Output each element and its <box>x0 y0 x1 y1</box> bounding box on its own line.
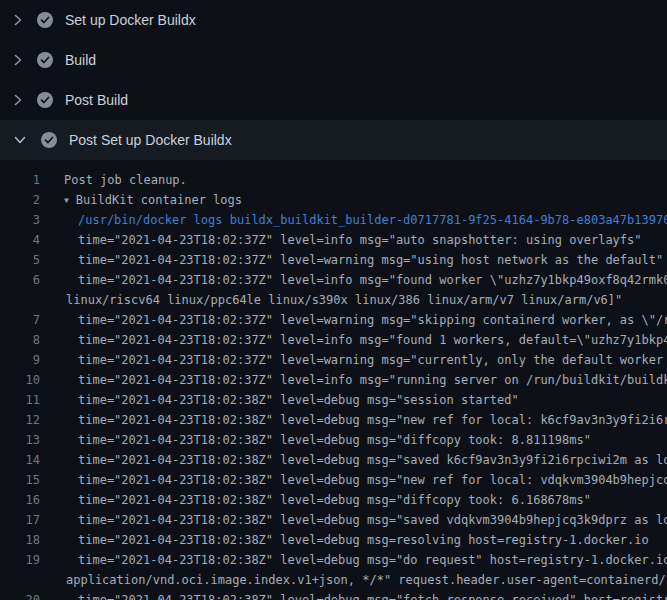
log-text: time="2021-04-23T18:02:38Z" level=debug … <box>40 530 667 550</box>
log-line-19: 19time="2021-04-23T18:02:38Z" level=debu… <box>0 550 667 570</box>
check-circle-icon <box>37 52 53 68</box>
line-number[interactable]: 17 <box>0 510 40 530</box>
log-line-4: 4time="2021-04-23T18:02:37Z" level=info … <box>0 230 667 250</box>
chevron-right-icon <box>13 13 23 27</box>
line-number[interactable]: 6 <box>0 270 40 290</box>
log-line-7: 7time="2021-04-23T18:02:37Z" level=warni… <box>0 310 667 330</box>
line-number[interactable]: 16 <box>0 490 40 510</box>
step-label: Post Set up Docker Buildx <box>69 130 232 150</box>
log-text: time="2021-04-23T18:02:38Z" level=debug … <box>40 410 667 430</box>
step-header-post-set-up-docker-buildx[interactable]: Post Set up Docker Buildx <box>0 120 667 160</box>
line-number[interactable]: 20 <box>0 590 40 600</box>
line-number[interactable]: 12 <box>0 410 40 430</box>
log-text: time="2021-04-23T18:02:37Z" level=warnin… <box>40 350 667 370</box>
log-text: time="2021-04-23T18:02:37Z" level=warnin… <box>40 310 667 330</box>
log-line-20: 20time="2021-04-23T18:02:38Z" level=debu… <box>0 590 667 600</box>
chevron-right-icon <box>13 93 23 107</box>
log-line-3: 3/usr/bin/docker logs buildx_buildkit_bu… <box>0 210 667 230</box>
log-command-text: /usr/bin/docker logs buildx_buildkit_bui… <box>40 210 667 230</box>
log-line-18: 18time="2021-04-23T18:02:38Z" level=debu… <box>0 530 667 550</box>
step-label: Build <box>65 50 96 70</box>
line-number[interactable]: 18 <box>0 530 40 550</box>
line-number[interactable]: 19 <box>0 550 40 570</box>
log-text: time="2021-04-23T18:02:37Z" level=info m… <box>40 270 667 290</box>
log-group-toggle[interactable]: ▼BuildKit container logs <box>40 190 667 210</box>
log-line-12: 12time="2021-04-23T18:02:38Z" level=debu… <box>0 410 667 430</box>
log-text: time="2021-04-23T18:02:38Z" level=debug … <box>40 450 667 470</box>
log-group-label: BuildKit container logs <box>76 193 242 207</box>
line-number[interactable]: 2 <box>0 190 40 210</box>
check-circle-icon <box>37 12 53 28</box>
log-line-16: 16time="2021-04-23T18:02:38Z" level=debu… <box>0 490 667 510</box>
check-circle-icon <box>37 92 53 108</box>
step-header-build[interactable]: Build <box>0 40 667 80</box>
log-line-8: 8time="2021-04-23T18:02:37Z" level=info … <box>0 330 667 350</box>
log-text: time="2021-04-23T18:02:38Z" level=debug … <box>40 470 667 490</box>
line-number[interactable]: 5 <box>0 250 40 270</box>
log-line-14: 14time="2021-04-23T18:02:38Z" level=debu… <box>0 450 667 470</box>
step-header-post-build[interactable]: Post Build <box>0 80 667 120</box>
step-header-set-up-docker-buildx[interactable]: Set up Docker Buildx <box>0 0 667 40</box>
line-number[interactable]: 11 <box>0 390 40 410</box>
log-line-1: 1Post job cleanup. <box>0 170 667 190</box>
line-number[interactable]: 8 <box>0 330 40 350</box>
step-list: Set up Docker BuildxBuildPost BuildPost … <box>0 0 667 160</box>
log-text: linux/riscv64 linux/ppc64le linux/s390x … <box>40 290 667 310</box>
log-text: time="2021-04-23T18:02:37Z" level=info m… <box>40 230 667 250</box>
log-line-10: 10time="2021-04-23T18:02:37Z" level=info… <box>0 370 667 390</box>
check-circle-icon <box>41 132 57 148</box>
line-number[interactable]: 14 <box>0 450 40 470</box>
chevron-down-icon <box>13 135 27 145</box>
log-line-11: 11time="2021-04-23T18:02:38Z" level=debu… <box>0 390 667 410</box>
log-text: time="2021-04-23T18:02:38Z" level=debug … <box>40 390 667 410</box>
log-line-15: 15time="2021-04-23T18:02:38Z" level=debu… <box>0 470 667 490</box>
log-text: time="2021-04-23T18:02:37Z" level=info m… <box>40 370 667 390</box>
line-number[interactable]: 7 <box>0 310 40 330</box>
log-line-wrap: linux/riscv64 linux/ppc64le linux/s390x … <box>0 290 667 310</box>
line-number[interactable]: 3 <box>0 210 40 230</box>
step-label: Set up Docker Buildx <box>65 10 196 30</box>
log-line-13: 13time="2021-04-23T18:02:38Z" level=debu… <box>0 430 667 450</box>
log-line-wrap: application/vnd.oci.image.index.v1+json,… <box>0 570 667 590</box>
log-line-17: 17time="2021-04-23T18:02:38Z" level=debu… <box>0 510 667 530</box>
log-text: time="2021-04-23T18:02:38Z" level=debug … <box>40 430 667 450</box>
log-text: application/vnd.oci.image.index.v1+json,… <box>40 570 667 590</box>
log-text: time="2021-04-23T18:02:38Z" level=debug … <box>40 510 667 530</box>
log-text: time="2021-04-23T18:02:38Z" level=debug … <box>40 550 667 570</box>
line-number[interactable]: 13 <box>0 430 40 450</box>
line-number[interactable]: 1 <box>0 170 40 190</box>
log-line-2: 2▼BuildKit container logs <box>0 190 667 210</box>
step-label: Post Build <box>65 90 128 110</box>
line-number[interactable]: 15 <box>0 470 40 490</box>
log-text: Post job cleanup. <box>40 170 667 190</box>
log-line-6: 6time="2021-04-23T18:02:37Z" level=info … <box>0 270 667 290</box>
log-line-5: 5time="2021-04-23T18:02:37Z" level=warni… <box>0 250 667 270</box>
log-text: time="2021-04-23T18:02:37Z" level=warnin… <box>40 250 667 270</box>
log-line-9: 9time="2021-04-23T18:02:37Z" level=warni… <box>0 350 667 370</box>
log-text: time="2021-04-23T18:02:38Z" level=debug … <box>40 590 667 600</box>
line-number <box>0 290 40 310</box>
line-number[interactable]: 4 <box>0 230 40 250</box>
log-text: time="2021-04-23T18:02:37Z" level=info m… <box>40 330 667 350</box>
line-number <box>0 570 40 590</box>
group-expanded-triangle-icon: ▼ <box>64 191 69 210</box>
line-number[interactable]: 10 <box>0 370 40 390</box>
log-text: time="2021-04-23T18:02:38Z" level=debug … <box>40 490 667 510</box>
line-number[interactable]: 9 <box>0 350 40 370</box>
chevron-right-icon <box>13 53 23 67</box>
log-viewer: 1Post job cleanup.2▼BuildKit container l… <box>0 160 667 600</box>
